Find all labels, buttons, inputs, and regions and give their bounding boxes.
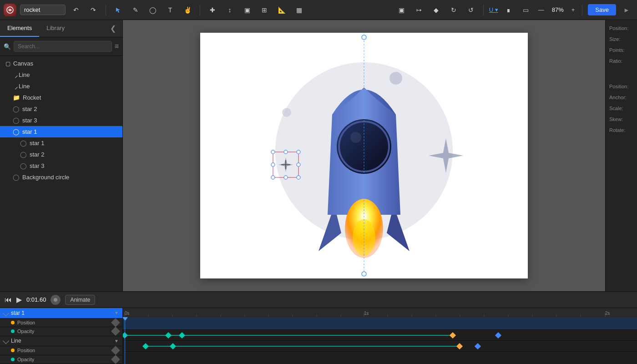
prop-ratio: Ratio:	[609, 58, 622, 64]
svg-point-31	[362, 272, 366, 276]
rotate-left-button[interactable]: ↻	[447, 4, 460, 16]
tl-tracks: 0s 1s 2s	[123, 308, 637, 364]
line-icon-1: ⎯	[11, 71, 18, 78]
tl-animate-button[interactable]: Animate	[65, 295, 95, 305]
tl-track-line-expand[interactable]: ▼	[114, 339, 119, 344]
tl-track-star1-expand[interactable]: ▼	[114, 310, 119, 315]
svg-point-26	[350, 132, 361, 143]
svg-point-30	[362, 35, 366, 40]
elements-list: ▢ Canvas ⎯ Line ⎯ Line 📁 Rocket ◯ star	[0, 56, 122, 291]
tl-add-keyframe-opacity[interactable]	[111, 327, 120, 336]
star-icon-2b: ◯	[20, 151, 27, 158]
prop-size: Size:	[609, 36, 620, 42]
undo-button[interactable]: ↶	[69, 4, 83, 16]
pen-tool-button[interactable]: ✎	[129, 4, 142, 16]
element-star1-selected[interactable]: ◯ star 1	[0, 126, 122, 137]
tl-kf-opa-785[interactable]	[475, 343, 481, 349]
constraints-button[interactable]: ◆	[430, 4, 443, 16]
app-logo	[4, 4, 16, 16]
tl-track-line[interactable]: Line ▼	[0, 336, 122, 347]
prop-skew: Skew:	[609, 116, 623, 122]
shape-tool-button[interactable]: ◯	[146, 4, 160, 16]
tl-prop-star1-opacity: Opacity	[0, 327, 122, 336]
zoom-plus[interactable]: +	[570, 6, 577, 13]
grid-tool-button[interactable]: ⊞	[258, 4, 271, 16]
tl-kf-pos-730[interactable]	[450, 332, 456, 338]
rotate-right-button[interactable]: ↺	[464, 4, 478, 16]
tl-kf-pos-830[interactable]	[495, 332, 501, 338]
tl-prop-track-position	[123, 330, 637, 341]
redo-button[interactable]: ↷	[86, 4, 100, 16]
tab-library[interactable]: Library	[39, 20, 72, 37]
prop-position-bottom: Position:	[609, 84, 628, 89]
tl-tween-position	[125, 335, 455, 336]
element-star2b[interactable]: ◯ star 2	[0, 149, 122, 160]
group-tool-button[interactable]: ▦	[292, 4, 306, 16]
element-line1[interactable]: ⎯ Line	[0, 69, 122, 81]
separator-3	[483, 5, 484, 15]
align-tool-button[interactable]: ↕	[223, 4, 237, 16]
zoom-level[interactable]: 87%	[550, 6, 566, 13]
element-star1b[interactable]: ◯ star 1	[0, 137, 122, 149]
view-options-button[interactable]: ▣	[395, 4, 409, 16]
element-star2a-label: star 2	[22, 106, 37, 112]
tl-kf-pos-130[interactable]	[179, 332, 185, 338]
zoom-minus[interactable]: —	[536, 6, 546, 13]
publish-button[interactable]: U ▾	[489, 6, 498, 13]
canvas-white	[200, 33, 528, 278]
svg-point-44	[54, 298, 57, 302]
element-line2[interactable]: ⎯ Line	[0, 81, 122, 92]
svg-point-40	[271, 163, 275, 167]
star-icon-3a: ◯	[13, 117, 20, 124]
tl-record-button[interactable]	[51, 295, 61, 305]
tl-track-row-line[interactable]	[123, 352, 637, 364]
element-star3a[interactable]: ◯ star 3	[0, 115, 122, 126]
responsive-button[interactable]: ▭	[519, 4, 533, 16]
element-canvas[interactable]: ▢ Canvas	[0, 58, 122, 69]
search-input[interactable]	[14, 41, 112, 52]
tl-kf-opa-110[interactable]	[170, 343, 176, 349]
frame-tool-button[interactable]: ▣	[240, 4, 254, 16]
panel-actions: ❮	[107, 20, 122, 37]
element-rocket[interactable]: 📁 Rocket	[0, 92, 122, 103]
svg-point-38	[284, 150, 288, 154]
transform-tool-button[interactable]: ✚	[206, 4, 219, 16]
flip-button[interactable]: ↦	[412, 4, 426, 16]
element-star3b[interactable]: ◯ star 3	[0, 160, 122, 172]
tl-ruler-ticks	[123, 308, 637, 317]
tl-kf-opa-745[interactable]	[456, 343, 463, 349]
star-icon-1b: ◯	[20, 140, 27, 147]
left-panel: Elements Library ❮ 🔍 ≡ ▢ Canvas ⎯ Line	[0, 20, 123, 291]
select-tool-button[interactable]	[111, 4, 125, 16]
tl-add-keyframe-line-position[interactable]	[111, 346, 120, 355]
tl-track-row-star1[interactable]	[123, 317, 637, 330]
tl-skip-start-button[interactable]: ⏮	[5, 296, 12, 304]
tl-current-line	[125, 317, 125, 364]
element-rocket-label: Rocket	[23, 94, 41, 101]
save-button[interactable]: Save	[588, 4, 616, 15]
tl-add-keyframe-position[interactable]	[111, 318, 120, 327]
tl-add-keyframe-line-opacity[interactable]	[111, 355, 120, 364]
tl-track-star1[interactable]: star 1 ▼	[0, 308, 122, 318]
project-name-input[interactable]: rocket	[20, 5, 66, 15]
element-bg-circle[interactable]: ◯ Background circle	[0, 172, 122, 183]
tl-kf-opa-50[interactable]	[142, 343, 149, 349]
collapse-button[interactable]: ❮	[107, 22, 119, 35]
hand-tool-button[interactable]: ✌	[181, 4, 194, 16]
tl-kf-pos-0[interactable]	[123, 332, 128, 338]
sort-button[interactable]: ≡	[115, 42, 119, 51]
tl-dot-line-position	[11, 349, 15, 352]
tl-play-button[interactable]: ▶	[16, 295, 22, 304]
grid-view-button[interactable]: ∎	[502, 4, 516, 16]
bone-tool-button[interactable]: 📐	[275, 4, 288, 16]
tab-elements[interactable]: Elements	[0, 20, 39, 37]
separator-2	[200, 5, 200, 15]
tl-kf-pos-100[interactable]	[165, 332, 172, 338]
element-star2a[interactable]: ◯ star 2	[0, 103, 122, 115]
tl-track-line-label: Line	[11, 338, 21, 344]
canvas-bg[interactable]	[123, 31, 605, 291]
tl-dot-line-opacity	[11, 358, 15, 361]
tl-prop-line-opacity-label: Opacity	[17, 357, 34, 362]
text-tool-button[interactable]: T	[163, 4, 177, 16]
more-button[interactable]: ►	[620, 4, 633, 16]
